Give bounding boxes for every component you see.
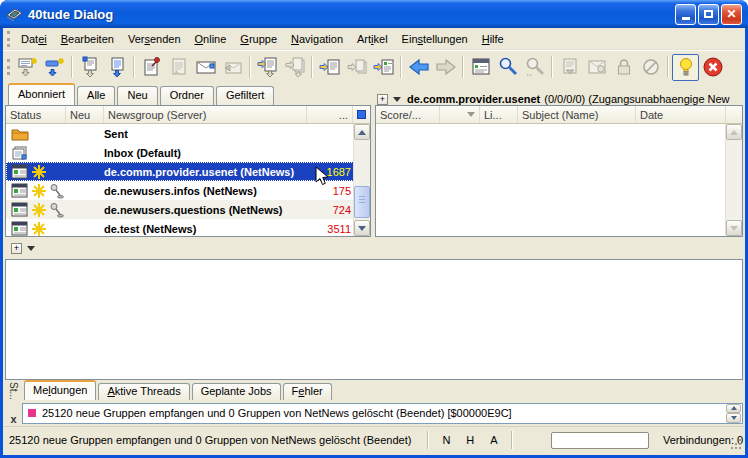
download-marked-button[interactable] <box>76 54 103 81</box>
article-pane[interactable] <box>5 259 743 380</box>
tab-abonniert[interactable]: Abonniert <box>8 83 75 105</box>
menu-gruppe[interactable]: Gruppe <box>233 30 284 48</box>
stop-button[interactable] <box>699 54 726 81</box>
flag-h: H <box>466 434 474 446</box>
tab-gefiltert[interactable]: Gefiltert <box>216 86 275 105</box>
menu-artikel[interactable]: Artikel <box>350 30 395 48</box>
menu-bar: Datei Bearbeiten Versenden Online Gruppe… <box>3 28 745 50</box>
search-icon <box>497 56 519 78</box>
log-spinner[interactable] <box>726 404 741 423</box>
close-button[interactable]: ✕ <box>721 4 742 25</box>
menu-bearbeiten[interactable]: Bearbeiten <box>54 30 121 48</box>
message-list-panel: Score/... Li... Subject (Name) Date <box>375 105 743 237</box>
current-group-title: de.comm.provider.usenet <box>407 93 540 105</box>
titlebar[interactable]: 40tude Dialog ✕ <box>0 0 748 28</box>
scroll-down-icon[interactable] <box>726 220 742 236</box>
column-square[interactable] <box>353 106 370 123</box>
tab-alle[interactable]: Alle <box>77 86 115 105</box>
followup-button[interactable] <box>165 54 192 81</box>
toolbar-separator <box>133 56 135 78</box>
menu-versenden[interactable]: Versenden <box>121 30 188 48</box>
tab-neu[interactable]: Neu <box>117 86 157 105</box>
cancel-article-button[interactable] <box>637 54 664 81</box>
list-item-group[interactable]: de.newusers.questions (NetNews) 724 <box>6 200 370 219</box>
tab-fehler[interactable]: Fehler <box>283 383 332 400</box>
scroll-down-icon[interactable] <box>354 220 370 236</box>
column-sort[interactable] <box>440 106 480 123</box>
column-neu[interactable]: Neu <box>66 106 104 123</box>
back-button[interactable] <box>405 54 432 81</box>
list-item-group[interactable]: de.newusers.infos (NetNews) 175 <box>6 181 370 200</box>
newsgroup-icon <box>11 202 29 217</box>
microphone-icon <box>49 202 64 218</box>
download-bodies-button[interactable] <box>103 54 130 81</box>
message-list-titlebar: + de.comm.provider.usenet (0/0/0/0) (Zug… <box>373 93 745 105</box>
rot13-button[interactable] <box>583 54 610 81</box>
compose-article-button[interactable] <box>138 54 165 81</box>
list-item-inbox[interactable]: Inbox (Default) <box>6 143 370 162</box>
search-button[interactable] <box>494 54 521 81</box>
group-tabs: Abonniert Alle Neu Ordner Gefiltert <box>3 83 373 105</box>
column-more[interactable]: ... <box>307 106 353 123</box>
menu-einstellungen[interactable]: Einstellungen <box>395 30 475 48</box>
online-toggle-button[interactable] <box>672 54 699 81</box>
list-item-group-selected[interactable]: de.comm.provider.usenet (NetNews) 1687 <box>6 162 370 181</box>
tab-geplante-jobs[interactable]: Geplante Jobs <box>192 383 281 400</box>
scroll-up-icon[interactable] <box>354 124 370 140</box>
menubar-grip[interactable] <box>7 31 12 47</box>
reply-email-button[interactable] <box>219 54 246 81</box>
search-again-button[interactable] <box>521 54 548 81</box>
minimize-button[interactable] <box>675 4 696 25</box>
expand-icon[interactable]: + <box>377 94 388 105</box>
mark-read-icon <box>559 56 581 78</box>
menu-datei[interactable]: Datei <box>14 30 54 48</box>
forward-button[interactable] <box>432 54 459 81</box>
newsgroup-list-button[interactable] <box>467 54 494 81</box>
column-newsgroup[interactable]: Newsgroup (Server) <box>104 106 307 123</box>
tab-meldungen[interactable]: Meldungen <box>24 380 96 400</box>
dropdown-icon[interactable] <box>393 97 401 102</box>
list-item-group[interactable]: de.test (NetNews) 3511 <box>6 219 370 237</box>
close-panel-icon[interactable]: x <box>10 414 16 424</box>
list-item-sent[interactable]: Sent <box>6 124 370 143</box>
column-date[interactable]: Date <box>636 106 726 123</box>
stop-icon <box>702 56 724 78</box>
forward-icon <box>435 56 457 78</box>
log-box[interactable]: 25120 neue Gruppen empfangen und 0 Grupp… <box>22 403 743 424</box>
column-subject[interactable]: Subject (Name) <box>518 106 636 123</box>
sort-down-icon <box>467 112 475 117</box>
next-group-icon <box>373 56 395 78</box>
goto-article-icon <box>319 56 341 78</box>
spin-down-icon[interactable] <box>726 413 741 423</box>
lock-button[interactable] <box>610 54 637 81</box>
tab-ordner[interactable]: Ordner <box>160 86 214 105</box>
spin-up-icon[interactable] <box>726 404 741 414</box>
dropdown-icon[interactable] <box>27 246 35 251</box>
lock-icon <box>613 56 635 78</box>
goto-thread-button[interactable] <box>343 54 370 81</box>
group-list-scrollbar[interactable] <box>353 124 370 236</box>
next-unread-article-button[interactable] <box>254 54 281 81</box>
menu-hilfe[interactable]: Hilfe <box>475 30 511 48</box>
compose-email-button[interactable] <box>192 54 219 81</box>
scroll-up-icon[interactable] <box>726 124 742 140</box>
goto-article-button[interactable] <box>316 54 343 81</box>
scrollbar-thumb[interactable] <box>354 186 370 218</box>
next-unread-thread-button[interactable] <box>281 54 308 81</box>
tab-aktive-threads[interactable]: Aktive Threads <box>98 383 189 400</box>
mark-read-button[interactable] <box>556 54 583 81</box>
menu-navigation[interactable]: Navigation <box>284 30 350 48</box>
expand-icon[interactable]: + <box>11 243 22 254</box>
menu-online[interactable]: Online <box>188 30 234 48</box>
column-status[interactable]: Status <box>6 106 66 123</box>
column-lines[interactable]: Li... <box>480 106 518 123</box>
bottom-panel-label: St... <box>8 382 19 400</box>
toolbar-grip[interactable] <box>7 59 12 75</box>
fetch-new-headers-button[interactable] <box>14 54 41 81</box>
resize-grip-icon[interactable] <box>739 447 741 449</box>
message-list-scrollbar[interactable] <box>725 124 742 236</box>
fetch-new-groups-button[interactable] <box>41 54 68 81</box>
maximize-button[interactable] <box>698 4 719 25</box>
next-group-button[interactable] <box>370 54 397 81</box>
column-score[interactable]: Score/... <box>376 106 440 123</box>
